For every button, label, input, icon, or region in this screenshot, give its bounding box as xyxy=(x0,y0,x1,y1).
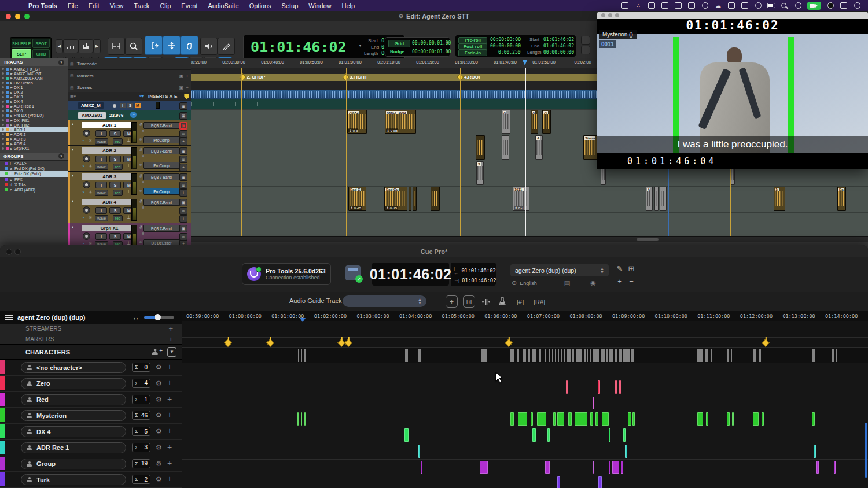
cue-block[interactable] xyxy=(621,461,623,474)
track-i-button[interactable]: I xyxy=(95,130,107,137)
group--all-[interactable]: !<ALL> xyxy=(0,161,68,166)
cue-block[interactable] xyxy=(706,412,708,426)
add-cue-icon[interactable]: + xyxy=(167,474,172,483)
gear-icon[interactable]: ⚙ xyxy=(156,427,162,435)
track-active-dot[interactable] xyxy=(2,96,4,98)
filter-icon[interactable]: ▼ xyxy=(167,347,176,357)
clip-al[interactable]: Al xyxy=(542,110,551,134)
cue-lane-mysterion[interactable] xyxy=(182,411,868,427)
timebase-icon[interactable]: ◔ xyxy=(82,215,84,220)
zoom-button[interactable] xyxy=(24,14,30,19)
gear-icon[interactable]: ⚙ xyxy=(156,379,162,387)
cue-block[interactable] xyxy=(625,445,627,458)
character-row-mysterion[interactable]: MysterionΣ46⚙+ xyxy=(0,408,182,424)
add-icon[interactable]: + xyxy=(615,277,624,286)
cue-block[interactable] xyxy=(598,380,600,394)
playlist-color-selector[interactable]: red xyxy=(113,215,123,221)
track-s-button[interactable]: S xyxy=(109,233,121,240)
menu-item-pro-tools[interactable]: Pro Tools xyxy=(23,2,62,9)
cue-lane-turk[interactable] xyxy=(182,475,868,488)
track-active-dot[interactable] xyxy=(2,91,4,94)
sidebar-track-adr-1[interactable]: ▶ADR 1 xyxy=(0,127,68,132)
group-futz-dx-futz-[interactable]: bFutz DX (Futz) xyxy=(0,171,68,176)
cue-block[interactable] xyxy=(557,476,560,488)
insert-bypass-dot[interactable] xyxy=(139,241,142,243)
clip[interactable] xyxy=(409,187,411,211)
clip-amxz[interactable]: AMXZ⇕ 0 d xyxy=(347,110,367,134)
sidebar-track-adr-4[interactable]: ▶ADR 4 xyxy=(0,142,68,146)
cue-block[interactable] xyxy=(632,412,635,426)
track-name[interactable]: ADR 2 xyxy=(82,147,137,154)
clip[interactable] xyxy=(502,135,509,160)
badge-s[interactable]: S xyxy=(127,103,133,108)
cue-block[interactable] xyxy=(518,412,527,426)
clip[interactable] xyxy=(660,187,667,211)
character-name-pill[interactable]: Group xyxy=(21,459,126,469)
loop-icon[interactable] xyxy=(794,2,802,9)
postroll-value[interactable]: 00:00:00:00 xyxy=(490,43,521,49)
window-button[interactable]: ⧈ xyxy=(179,207,187,215)
cue-block[interactable] xyxy=(623,428,626,442)
character-name-pill[interactable]: <no character> xyxy=(21,362,126,373)
character-row--no-character-[interactable]: <no character>Σ0⚙+ xyxy=(0,360,182,376)
clip-a[interactable]: A xyxy=(646,187,653,211)
track-active-dot[interactable] xyxy=(2,101,4,103)
menu-item-edit[interactable]: Edit xyxy=(83,2,105,9)
elastic-icon[interactable]: ✳ xyxy=(89,138,93,143)
menu-item-view[interactable]: View xyxy=(105,2,129,9)
gear-icon[interactable]: ⚙ xyxy=(156,411,162,419)
insert-bypass-dot[interactable] xyxy=(139,227,142,229)
play-circle-icon[interactable] xyxy=(754,2,762,9)
pencil-tool-button[interactable] xyxy=(218,38,235,55)
window-tiles-icon[interactable] xyxy=(621,2,629,9)
clip[interactable] xyxy=(654,187,659,211)
pre-post-button-a[interactable] xyxy=(581,36,590,45)
track-s-button[interactable]: S xyxy=(109,156,121,162)
cuepro-title-bar[interactable]: Cue Pro* xyxy=(0,245,868,258)
track-head-amxz-m[interactable]: AMXZ_MISM▣ xyxy=(68,101,191,110)
cue-block[interactable] xyxy=(537,412,546,426)
track-active-dot[interactable] xyxy=(2,133,4,135)
shuffle-mode-button[interactable]: SHUFFLE xyxy=(12,39,31,48)
add-cue-icon[interactable]: + xyxy=(167,394,172,404)
group-adr-adr-[interactable]: eADR (ADR) xyxy=(0,187,68,193)
add-marker-icon[interactable]: + xyxy=(168,335,173,343)
minimize-button[interactable] xyxy=(14,249,21,255)
sidebar-track-amxz-fx-gt[interactable]: ▶AMXZ_FX_GT xyxy=(0,66,68,71)
shield-icon[interactable] xyxy=(184,94,189,99)
clip[interactable] xyxy=(431,187,440,211)
zoom-button[interactable] xyxy=(615,13,619,17)
search-icon[interactable] xyxy=(781,2,789,9)
slip-mode-button[interactable]: SLIP xyxy=(12,49,31,58)
markers-section[interactable]: MARKERS+ xyxy=(0,334,182,345)
cue-block[interactable] xyxy=(557,412,564,426)
track-s-button[interactable]: S xyxy=(109,207,121,214)
track-head-grp-fx1[interactable]: ◑Grp/FX1▼ISM◔✳wavered⊥EQ3 7-BandD3 DeEss… xyxy=(68,223,191,248)
menu-item-audiosuite[interactable]: AudioSuite xyxy=(203,2,244,9)
spot-mode-button[interactable]: SPOT xyxy=(32,39,50,48)
cue-block[interactable] xyxy=(510,412,514,426)
add-markers-icon[interactable]: ▣+ xyxy=(179,73,189,79)
cue-block[interactable] xyxy=(575,412,587,426)
counter-dropdown-arrow[interactable]: ▼ xyxy=(358,43,362,47)
cue-block[interactable] xyxy=(301,412,302,426)
clip-a[interactable]: A xyxy=(531,110,538,134)
globe-icon[interactable] xyxy=(727,2,735,9)
stepper-icon[interactable]: ▲▼ xyxy=(600,267,604,274)
track-head-adr-4[interactable]: ◑ADR 4▼ISM◔✳wavered⊥EQ3 7-Band▣⧈+ xyxy=(68,197,191,223)
character-name-pill[interactable]: ADR Rec 1 xyxy=(21,442,126,453)
track-name[interactable]: ADR 4 xyxy=(82,199,137,205)
add-cue-icon[interactable]: + xyxy=(167,442,172,452)
character-row-red[interactable]: RedΣ1⚙+ xyxy=(0,392,182,408)
gear-icon[interactable]: ⚙ xyxy=(156,395,162,404)
chevron-down-icon[interactable]: ▼ xyxy=(58,153,64,159)
cue-block[interactable] xyxy=(593,461,594,474)
window-button[interactable]: ⧈ xyxy=(179,156,187,163)
insert-bypass-dot[interactable] xyxy=(139,201,142,203)
cue-block[interactable] xyxy=(568,412,572,426)
cue-block[interactable] xyxy=(480,461,488,474)
swirl-icon[interactable] xyxy=(674,2,682,9)
track-active-dot[interactable] xyxy=(2,105,4,108)
insert-eq3-7-band[interactable]: EQ3 7-Band xyxy=(143,147,180,154)
playhead-marker[interactable] xyxy=(300,318,306,322)
